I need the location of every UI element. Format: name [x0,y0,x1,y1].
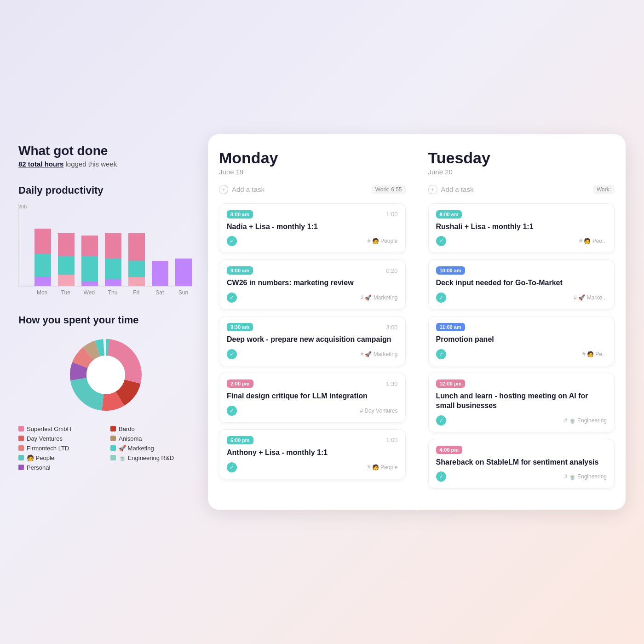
task-3-time: 9:30 am [227,323,253,331]
tue-task-1-header: 8:00 am [436,210,607,218]
legend-label-engineering: 🍵 Engineering R&D [119,454,174,461]
tue-task-3-tag: # 🧑 Pe... [582,351,607,357]
tue-task-1-tag: # 🧑 Peo... [579,238,607,244]
chart-label-sat: Sat [150,289,170,296]
chart-label-mon: Mon [32,289,52,296]
task-5-title: Anthony + Lisa - monthly 1:1 [227,448,398,458]
monday-title: Monday [219,149,406,167]
monday-add-task-label: Add a task [232,185,264,193]
chart-label-tue: Tue [56,289,75,296]
bar-thu-seg3 [105,279,121,286]
task-4-title: Final design critique for LLM integratio… [227,391,398,401]
legend-label-people: 🧑 People [27,454,54,461]
legend-dot-firmontech [18,445,24,451]
task-1-duration: 1:00 [386,211,397,218]
main-container: What got done 82 total hours logged this… [18,134,626,510]
tue-task-4-check[interactable]: ✓ [436,415,446,426]
task-3-tag: # 🚀 Marketing [360,351,397,357]
task-1-tag: # 🧑 People [368,238,398,244]
legend-label-marketing: 🚀 Marketing [119,445,154,452]
tue-task-1-footer: ✓ # 🧑 Peo... [436,236,607,246]
bar-fri-seg2 [128,261,145,277]
task-1-header: 8:00 am 1:00 [227,210,398,218]
bar-group-tue [56,233,76,286]
task-2-title: CW26 in numbers: marketing review [227,278,398,288]
monday-add-task-left: + Add a task [219,185,264,194]
bar-chart-container: 20h [18,204,193,296]
tue-task-3-time: 11:00 am [436,323,465,331]
bar-wed-seg3 [81,282,98,286]
legend-item-bardo: Bardo [110,426,193,432]
task-3-title: Deep work - prepare new acquisition camp… [227,335,398,345]
task-3-check[interactable]: ✓ [227,349,237,359]
tue-task-1-check[interactable]: ✓ [436,236,446,246]
task-4-footer: ✓ # Day Ventures [227,406,398,416]
legend: Superfest GmbH Bardo Day Ventures Anisom… [18,426,193,471]
bar-thu-seg1 [105,233,121,259]
tuesday-add-task-row[interactable]: + Add a task Work: [428,185,615,194]
bar-group-mon [33,229,52,286]
tue-task-1-time: 8:00 am [436,210,462,218]
task-4-check[interactable]: ✓ [227,406,237,416]
legend-item-engineering: 🍵 Engineering R&D [110,454,193,461]
task-4-tag: # Day Ventures [360,408,397,414]
bar-wed-seg1 [81,236,98,256]
legend-dot-superfest [18,426,24,431]
legend-label-anisoma: Anisoma [119,435,142,442]
calendar-panel: Monday June 19 + Add a task Work: 6:55 8… [208,134,626,510]
tue-task-5-title: Shareback on StableLM for sentiment anal… [436,458,607,467]
monday-task-2: 9:00 am 0:20 CW26 in numbers: marketing … [219,259,406,310]
chart-y-label: 20h [18,204,27,209]
task-5-check[interactable]: ✓ [227,462,237,472]
monday-add-task-row[interactable]: + Add a task Work: 6:55 [219,185,406,194]
task-5-tag: # 🧑 People [368,464,398,471]
legend-dot-marketing [110,445,116,451]
monday-task-1: 8:00 am 1:00 Nadia + Lisa - monthly 1:1 … [219,203,406,253]
tue-task-2-footer: ✓ # 🚀 Marke... [436,293,607,303]
chart-label-fri: Fri [126,289,146,296]
tue-task-2-tag: # 🚀 Marke... [574,294,607,301]
task-1-check[interactable]: ✓ [227,236,237,246]
chart-label-sun: Sun [173,289,193,296]
legend-item-firmontech: Firmontech LTD [18,445,101,452]
task-4-duration: 1:30 [386,380,397,387]
task-3-duration: 3:00 [386,324,397,331]
monday-task-4: 2:00 pm 1:30 Final design critique for L… [219,373,406,423]
tue-task-3-title: Promotion panel [436,335,607,345]
daily-productivity-title: Daily productivity [18,184,193,196]
tue-task-5-header: 4:00 pm [436,446,607,454]
chart-labels: Mon Tue Wed Thu Fri Sat Sun [18,289,193,296]
task-4-header: 2:00 pm 1:30 [227,380,398,388]
task-2-time: 9:00 am [227,266,253,275]
task-2-check[interactable]: ✓ [227,293,237,303]
task-1-time: 8:00 am [227,210,253,218]
tue-task-3-check[interactable]: ✓ [436,349,446,359]
bar-tue-seg1 [58,233,75,256]
task-5-header: 6:00 pm 1:00 [227,436,398,444]
add-task-icon-monday[interactable]: + [219,185,228,194]
task-2-footer: ✓ # 🚀 Marketing [227,293,398,303]
legend-dot-anisoma [110,436,116,441]
tue-task-2-time: 10:00 am [436,266,465,275]
legend-item-personal: Personal [18,464,101,471]
tue-task-2-title: Deck input needed for Go-To-Market [436,278,607,288]
tue-task-5-footer: ✓ # 🍵 Engineering [436,472,607,482]
bar-mon-seg1 [34,229,51,254]
tue-task-5-tag: # 🍵 Engineering [564,473,607,480]
tue-task-5-check[interactable]: ✓ [436,472,446,482]
tuesday-date: June 20 [428,168,615,176]
legend-label-bardo: Bardo [119,426,135,432]
task-3-footer: ✓ # 🚀 Marketing [227,349,398,359]
bar-mon-seg3 [34,277,51,286]
bar-sat-seg1 [152,261,168,286]
tue-task-5-time: 4:00 pm [436,446,463,454]
tuesday-work-badge: Work: [593,185,615,194]
bar-mon-seg2 [34,254,51,277]
donut-section: Superfest GmbH Bardo Day Ventures Anisom… [18,334,193,471]
legend-dot-personal [18,465,24,470]
add-task-icon-tuesday[interactable]: + [428,185,437,194]
hours-suffix: logged this week [63,160,117,168]
tuesday-add-task-left: + Add a task [428,185,474,194]
tue-task-4-header: 12:00 pm [436,380,607,388]
tue-task-2-check[interactable]: ✓ [436,293,446,303]
